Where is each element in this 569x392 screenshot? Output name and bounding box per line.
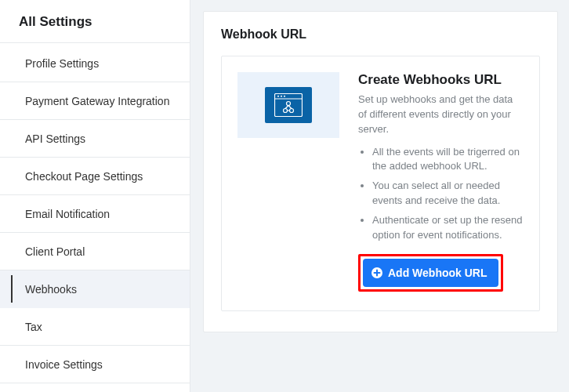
webhook-panel: Webhook URL: [203, 11, 558, 332]
svg-point-4: [284, 96, 285, 97]
svg-point-2: [277, 96, 279, 97]
sidebar-item-label: Checkout Page Settings: [25, 170, 143, 183]
info-bullet: You can select all or needed events and …: [372, 179, 524, 209]
sidebar-item-tax[interactable]: Tax: [0, 308, 190, 346]
svg-point-3: [281, 96, 282, 97]
panel-body: Create Webhooks URL Set up webhooks and …: [221, 56, 540, 311]
sidebar-item-label: Profile Settings: [25, 57, 99, 70]
highlight-annotation: Add Webhook URL: [358, 254, 503, 292]
sidebar-list: Profile Settings Payment Gateway Integra…: [0, 45, 190, 383]
sidebar-item-invoice-settings[interactable]: Invoice Settings: [0, 346, 190, 383]
app-layout: All Settings Profile Settings Payment Ga…: [0, 0, 569, 392]
svg-point-7: [287, 102, 291, 106]
svg-line-9: [288, 106, 292, 109]
info-bullet: Authenticate or set up the resend option…: [372, 213, 524, 243]
sidebar-item-label: Webhooks: [25, 283, 77, 296]
add-webhook-button[interactable]: Add Webhook URL: [363, 259, 498, 287]
sidebar-item-label: Invoice Settings: [25, 358, 103, 371]
plus-circle-icon: [371, 267, 383, 279]
panel-title: Webhook URL: [221, 27, 540, 42]
sidebar-item-email-notification[interactable]: Email Notification: [0, 195, 190, 233]
sidebar-item-profile-settings[interactable]: Profile Settings: [0, 45, 190, 82]
info-bullet-list: All the events will be trigerred on the …: [358, 145, 524, 243]
add-webhook-button-label: Add Webhook URL: [388, 267, 487, 279]
sidebar-item-label: API Settings: [25, 132, 85, 145]
svg-point-6: [290, 109, 294, 113]
sidebar-item-label: Payment Gateway Integration: [25, 95, 169, 107]
info-description: Set up webhooks and get the data of diff…: [358, 93, 524, 137]
svg-point-5: [284, 109, 288, 113]
feature-icon-panel: [237, 72, 339, 138]
main-content: Webhook URL: [190, 0, 569, 392]
sidebar-item-api-settings[interactable]: API Settings: [0, 120, 190, 158]
settings-sidebar: All Settings Profile Settings Payment Ga…: [0, 0, 190, 392]
sidebar-item-label: Email Notification: [25, 208, 110, 220]
sidebar-item-label: Client Portal: [25, 245, 85, 258]
sidebar-item-payment-gateway[interactable]: Payment Gateway Integration: [0, 82, 190, 120]
info-bullet: All the events will be trigerred on the …: [372, 145, 524, 175]
sidebar-item-checkout-page[interactable]: Checkout Page Settings: [0, 158, 190, 195]
sidebar-item-label: Tax: [25, 321, 42, 333]
sidebar-item-client-portal[interactable]: Client Portal: [0, 233, 190, 270]
webhook-browser-icon: [265, 87, 312, 123]
divider: [0, 42, 190, 43]
info-section: Create Webhooks URL Set up webhooks and …: [358, 72, 524, 292]
svg-line-8: [285, 106, 288, 109]
info-heading: Create Webhooks URL: [358, 72, 524, 88]
sidebar-item-webhooks[interactable]: Webhooks: [0, 270, 190, 308]
sidebar-title: All Settings: [0, 14, 190, 31]
